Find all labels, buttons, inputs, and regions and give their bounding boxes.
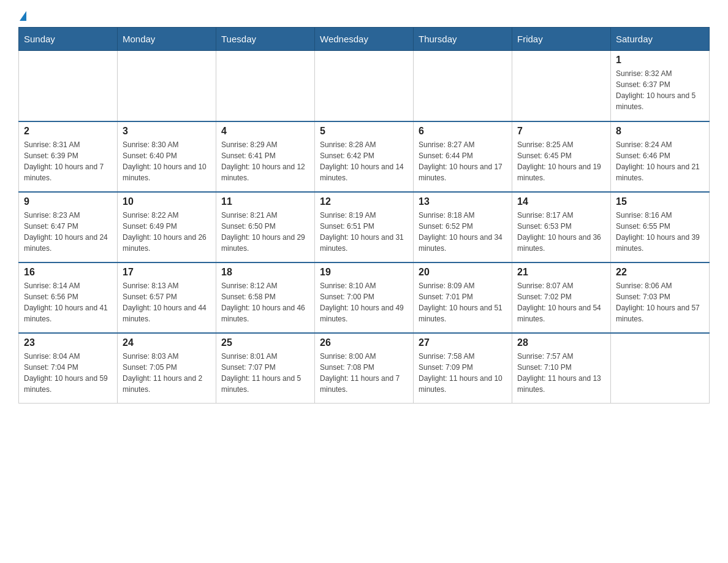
day-info: Sunrise: 8:32 AMSunset: 6:37 PMDaylight:… [616,68,704,112]
day-info: Sunrise: 8:22 AMSunset: 6:49 PMDaylight:… [123,210,211,254]
day-info: Sunrise: 8:01 AMSunset: 7:07 PMDaylight:… [221,351,309,395]
day-number: 26 [320,337,408,348]
calendar-day-cell: 25Sunrise: 8:01 AMSunset: 7:07 PMDayligh… [216,333,315,404]
calendar-day-cell: 9Sunrise: 8:23 AMSunset: 6:47 PMDaylight… [19,192,118,262]
day-of-week-header: Friday [512,28,611,51]
day-info: Sunrise: 8:29 AMSunset: 6:41 PMDaylight:… [221,139,309,183]
day-info: Sunrise: 8:14 AMSunset: 6:56 PMDaylight:… [24,280,112,324]
day-number: 13 [419,196,507,207]
calendar-day-cell: 27Sunrise: 7:58 AMSunset: 7:09 PMDayligh… [414,333,512,404]
calendar-day-cell: 1Sunrise: 8:32 AMSunset: 6:37 PMDaylight… [611,51,710,121]
day-info: Sunrise: 8:12 AMSunset: 6:58 PMDaylight:… [221,280,309,324]
day-of-week-header: Saturday [611,28,710,51]
day-info: Sunrise: 8:18 AMSunset: 6:52 PMDaylight:… [419,210,507,254]
logo [18,12,26,21]
day-number: 3 [123,126,211,137]
day-number: 19 [320,267,408,278]
calendar-day-cell [315,51,414,121]
day-info: Sunrise: 8:31 AMSunset: 6:39 PMDaylight:… [24,139,112,183]
day-of-week-header: Tuesday [216,28,315,51]
day-number: 7 [517,126,605,137]
day-number: 8 [616,126,704,137]
day-number: 22 [616,267,704,278]
calendar-day-cell: 21Sunrise: 8:07 AMSunset: 7:02 PMDayligh… [512,262,611,333]
calendar-day-cell: 28Sunrise: 7:57 AMSunset: 7:10 PMDayligh… [512,333,611,404]
calendar-day-cell: 7Sunrise: 8:25 AMSunset: 6:45 PMDaylight… [512,121,611,192]
calendar-day-cell: 16Sunrise: 8:14 AMSunset: 6:56 PMDayligh… [19,262,118,333]
calendar-day-cell: 15Sunrise: 8:16 AMSunset: 6:55 PMDayligh… [611,192,710,262]
day-number: 18 [221,267,309,278]
calendar-day-cell: 20Sunrise: 8:09 AMSunset: 7:01 PMDayligh… [414,262,512,333]
day-number: 17 [123,267,211,278]
day-info: Sunrise: 7:57 AMSunset: 7:10 PMDaylight:… [517,351,605,395]
calendar-day-cell: 18Sunrise: 8:12 AMSunset: 6:58 PMDayligh… [216,262,315,333]
calendar-day-cell: 23Sunrise: 8:04 AMSunset: 7:04 PMDayligh… [19,333,118,404]
day-of-week-header: Sunday [19,28,118,51]
day-info: Sunrise: 8:25 AMSunset: 6:45 PMDaylight:… [517,139,605,183]
day-info: Sunrise: 8:27 AMSunset: 6:44 PMDaylight:… [419,139,507,183]
calendar-day-cell: 3Sunrise: 8:30 AMSunset: 6:40 PMDaylight… [118,121,216,192]
calendar-day-cell: 10Sunrise: 8:22 AMSunset: 6:49 PMDayligh… [118,192,216,262]
day-info: Sunrise: 7:58 AMSunset: 7:09 PMDaylight:… [419,351,507,395]
day-number: 25 [221,337,309,348]
day-number: 20 [419,267,507,278]
day-info: Sunrise: 8:07 AMSunset: 7:02 PMDaylight:… [517,280,605,324]
day-info: Sunrise: 8:00 AMSunset: 7:08 PMDaylight:… [320,351,408,395]
calendar-day-cell: 14Sunrise: 8:17 AMSunset: 6:53 PMDayligh… [512,192,611,262]
calendar-day-cell [414,51,512,121]
day-number: 16 [24,267,112,278]
calendar-day-cell: 8Sunrise: 8:24 AMSunset: 6:46 PMDaylight… [611,121,710,192]
day-info: Sunrise: 8:03 AMSunset: 7:05 PMDaylight:… [123,351,211,395]
calendar-day-cell: 6Sunrise: 8:27 AMSunset: 6:44 PMDaylight… [414,121,512,192]
day-info: Sunrise: 8:30 AMSunset: 6:40 PMDaylight:… [123,139,211,183]
calendar-day-cell [512,51,611,121]
day-of-week-header: Monday [118,28,216,51]
day-number: 11 [221,196,309,207]
day-number: 4 [221,126,309,137]
day-info: Sunrise: 8:24 AMSunset: 6:46 PMDaylight:… [616,139,704,183]
calendar-day-cell: 22Sunrise: 8:06 AMSunset: 7:03 PMDayligh… [611,262,710,333]
calendar-week-row: 9Sunrise: 8:23 AMSunset: 6:47 PMDaylight… [19,192,710,262]
calendar-table: SundayMondayTuesdayWednesdayThursdayFrid… [18,27,710,404]
calendar-day-cell: 4Sunrise: 8:29 AMSunset: 6:41 PMDaylight… [216,121,315,192]
day-number: 9 [24,196,112,207]
calendar-day-cell: 17Sunrise: 8:13 AMSunset: 6:57 PMDayligh… [118,262,216,333]
day-number: 10 [123,196,211,207]
day-info: Sunrise: 8:28 AMSunset: 6:42 PMDaylight:… [320,139,408,183]
day-number: 12 [320,196,408,207]
day-info: Sunrise: 8:06 AMSunset: 7:03 PMDaylight:… [616,280,704,324]
day-info: Sunrise: 8:04 AMSunset: 7:04 PMDaylight:… [24,351,112,395]
day-number: 28 [517,337,605,348]
day-number: 1 [616,55,704,66]
day-of-week-header: Thursday [414,28,512,51]
calendar-day-cell: 2Sunrise: 8:31 AMSunset: 6:39 PMDaylight… [19,121,118,192]
calendar-header-row: SundayMondayTuesdayWednesdayThursdayFrid… [19,28,710,51]
calendar-day-cell: 24Sunrise: 8:03 AMSunset: 7:05 PMDayligh… [118,333,216,404]
day-info: Sunrise: 8:21 AMSunset: 6:50 PMDaylight:… [221,210,309,254]
day-number: 5 [320,126,408,137]
day-number: 21 [517,267,605,278]
day-info: Sunrise: 8:13 AMSunset: 6:57 PMDaylight:… [123,280,211,324]
day-number: 15 [616,196,704,207]
calendar-week-row: 2Sunrise: 8:31 AMSunset: 6:39 PMDaylight… [19,121,710,192]
day-number: 2 [24,126,112,137]
day-info: Sunrise: 8:09 AMSunset: 7:01 PMDaylight:… [419,280,507,324]
calendar-day-cell: 5Sunrise: 8:28 AMSunset: 6:42 PMDaylight… [315,121,414,192]
calendar-day-cell [611,333,710,404]
day-info: Sunrise: 8:19 AMSunset: 6:51 PMDaylight:… [320,210,408,254]
calendar-day-cell: 19Sunrise: 8:10 AMSunset: 7:00 PMDayligh… [315,262,414,333]
day-info: Sunrise: 8:10 AMSunset: 7:00 PMDaylight:… [320,280,408,324]
calendar-day-cell: 11Sunrise: 8:21 AMSunset: 6:50 PMDayligh… [216,192,315,262]
day-info: Sunrise: 8:23 AMSunset: 6:47 PMDaylight:… [24,210,112,254]
calendar-day-cell [216,51,315,121]
day-number: 27 [419,337,507,348]
calendar-week-row: 23Sunrise: 8:04 AMSunset: 7:04 PMDayligh… [19,333,710,404]
calendar-day-cell [118,51,216,121]
calendar-week-row: 16Sunrise: 8:14 AMSunset: 6:56 PMDayligh… [19,262,710,333]
day-number: 24 [123,337,211,348]
day-of-week-header: Wednesday [315,28,414,51]
day-number: 14 [517,196,605,207]
calendar-day-cell [19,51,118,121]
day-info: Sunrise: 8:17 AMSunset: 6:53 PMDaylight:… [517,210,605,254]
day-number: 6 [419,126,507,137]
